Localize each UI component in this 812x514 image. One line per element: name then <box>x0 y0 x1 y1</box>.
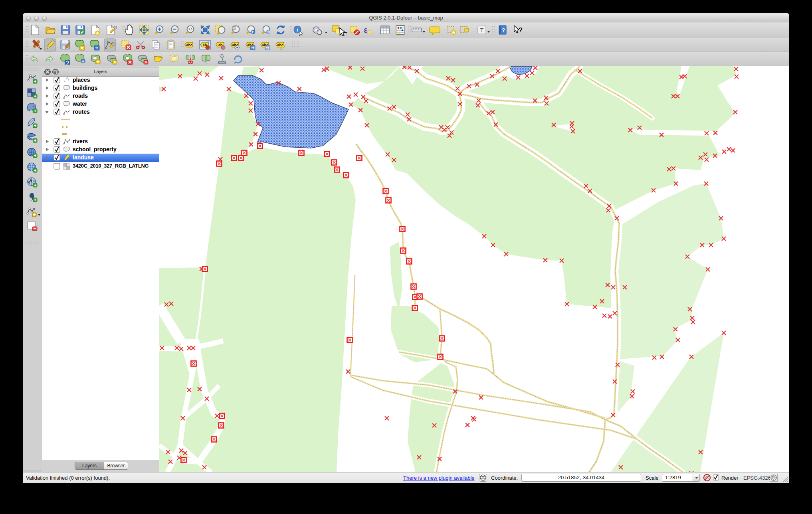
svg-text:ε: ε <box>364 26 368 34</box>
svg-text:?: ? <box>502 27 505 33</box>
svg-text:i: i <box>297 27 298 33</box>
svg-text:T: T <box>480 27 484 34</box>
svg-text:1:1: 1:1 <box>188 28 192 31</box>
svg-text:abc: abc <box>186 43 192 47</box>
svg-text:?: ? <box>519 26 523 34</box>
svg-text:IT: IT <box>30 151 33 154</box>
